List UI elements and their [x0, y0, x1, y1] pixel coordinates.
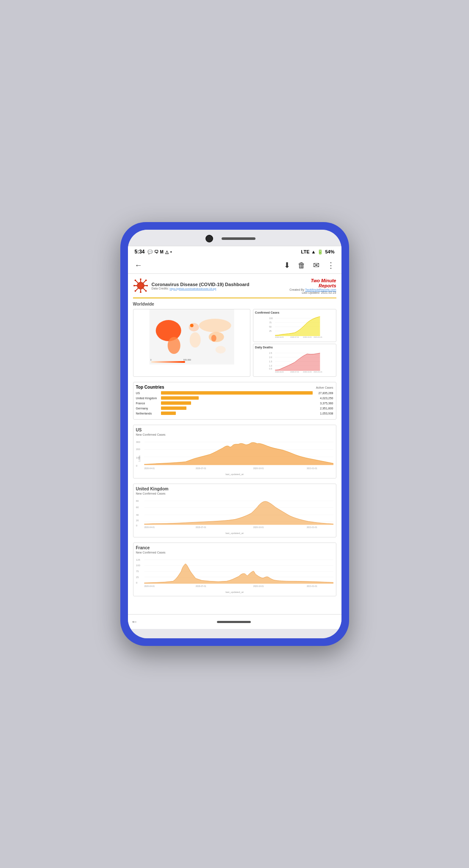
svg-rect-28 — [151, 361, 185, 363]
status-time-area: 5:34 💬 🗨 M △ • — [135, 249, 172, 255]
svg-text:2021-01-01: 2021-01-01 — [314, 336, 322, 338]
battery-icon: 🔋 — [317, 249, 323, 255]
phone-frame: 5:34 💬 🗨 M △ • LTE ▲ 🔋 54% ← ⬇ — [120, 222, 349, 646]
svg-line-12 — [143, 288, 145, 290]
svg-text:2020-10-01: 2020-10-01 — [303, 336, 312, 338]
action-icons: ⬇ 🗑 ✉ ⋮ — [284, 261, 335, 270]
svg-point-13 — [145, 290, 147, 292]
country-bar-wrap-germany — [161, 406, 313, 410]
us-section-title: US — [136, 428, 333, 432]
country-bar-wrap-netherlands — [161, 412, 313, 415]
last-updated: Last Updated 2021-02-23 — [289, 291, 336, 294]
svg-text:2020-07-01: 2020-07-01 — [195, 585, 206, 587]
svg-text:0: 0 — [136, 524, 137, 527]
countries-header: Top Countries Active Cases — [136, 385, 333, 389]
country-bar-uk — [161, 396, 199, 400]
svg-point-7 — [133, 285, 135, 287]
svg-rect-88 — [136, 556, 333, 589]
phone-screen: 5:34 💬 🗨 M △ • LTE ▲ 🔋 54% ← ⬇ — [128, 230, 341, 638]
dashboard-header: Coronavirus Disease (COVID-19) Dashboard… — [133, 278, 336, 294]
svg-text:0: 0 — [150, 359, 151, 361]
world-charts: Confirmed Cases 100 75 50 25 — [253, 309, 336, 377]
front-camera — [205, 235, 213, 242]
uk-chart-label: New Confirmed Cases — [136, 492, 333, 495]
svg-point-20 — [167, 337, 180, 354]
divider — [133, 298, 336, 298]
country-bar-us — [161, 391, 313, 395]
svg-text:2020-04-01: 2020-04-01 — [144, 585, 155, 587]
brand-logo: Two MinuteReports Created By TwoMinuteRe… — [289, 278, 336, 294]
signal-icon: ▲ — [311, 249, 316, 254]
world-map-box: 0 505,999 — [133, 309, 250, 377]
download-button[interactable]: ⬇ — [284, 261, 290, 270]
svg-point-22 — [189, 332, 200, 348]
us-chart-svg: 300 200 100 0 1,000s 20 — [136, 437, 333, 471]
data-credit-link[interactable]: https://github.com/mathdroid/covid-19-ap… — [169, 287, 216, 290]
svg-text:2020-07-01: 2020-07-01 — [290, 336, 299, 338]
phone-bottom — [128, 629, 341, 638]
whatsapp-icon: 💬 — [147, 250, 153, 254]
dashboard-title: Coronavirus Disease (COVID-19) Dashboard — [152, 282, 250, 287]
country-value-germany: 2,951,800 — [314, 407, 333, 410]
svg-text:2020-07-01: 2020-07-01 — [195, 467, 206, 470]
svg-line-10 — [136, 281, 138, 283]
svg-text:60: 60 — [136, 506, 139, 509]
svg-text:2021-01-01: 2021-01-01 — [306, 585, 317, 587]
country-name-us: US — [136, 392, 159, 395]
home-indicator[interactable] — [217, 621, 251, 623]
us-x-label: last_updated_at — [136, 473, 333, 476]
svg-text:25: 25 — [269, 330, 272, 332]
svg-text:100: 100 — [136, 565, 140, 567]
country-value-uk: 4,023,250 — [314, 397, 333, 400]
svg-text:20: 20 — [136, 520, 139, 522]
dashboard: Coronavirus Disease (COVID-19) Dashboard… — [128, 274, 341, 606]
svg-text:2020-04-01: 2020-04-01 — [275, 336, 284, 338]
svg-point-5 — [140, 292, 142, 293]
svg-point-1 — [138, 284, 143, 288]
svg-point-3 — [140, 278, 142, 280]
svg-text:2020-10-01: 2020-10-01 — [253, 467, 264, 470]
screen-content[interactable]: Coronavirus Disease (COVID-19) Dashboard… — [128, 274, 341, 614]
svg-text:75: 75 — [136, 570, 139, 573]
country-row-netherlands: Netherlands 1,053,938 — [136, 412, 333, 415]
more-button[interactable]: ⋮ — [327, 261, 335, 270]
svg-text:2.5: 2.5 — [269, 352, 272, 354]
svg-text:2020-07-01: 2020-07-01 — [290, 371, 299, 373]
svg-text:2.0: 2.0 — [269, 356, 272, 359]
svg-text:0: 0 — [136, 465, 137, 467]
dot-icon: • — [170, 250, 172, 254]
mail-button[interactable]: ✉ — [313, 261, 319, 270]
country-bar-wrap-france — [161, 401, 313, 405]
daily-deaths-chart: Daily Deaths 2.5 2.0 1.5 1.0 0.5 — [253, 344, 336, 377]
status-bar: 5:34 💬 🗨 M △ • LTE ▲ 🔋 54% — [128, 246, 341, 257]
svg-text:1.5: 1.5 — [269, 360, 272, 363]
svg-text:125: 125 — [136, 559, 140, 561]
country-name-france: France — [136, 402, 159, 405]
country-name-uk: United Kingdom — [136, 397, 159, 400]
svg-point-26 — [190, 324, 193, 327]
back-button[interactable]: ← — [135, 261, 142, 270]
delete-button[interactable]: 🗑 — [298, 261, 305, 270]
confirmed-cases-chart: Confirmed Cases 100 75 50 25 — [253, 309, 336, 342]
country-bar-netherlands — [161, 412, 176, 415]
svg-line-16 — [136, 288, 138, 290]
svg-point-27 — [211, 335, 216, 342]
nav-back-button[interactable]: ← — [131, 618, 138, 626]
svg-text:75: 75 — [269, 321, 272, 324]
svg-text:2020-07-01: 2020-07-01 — [195, 526, 206, 529]
svg-text:25: 25 — [136, 576, 139, 579]
country-bar-wrap-us — [161, 391, 313, 395]
svg-point-17 — [134, 290, 136, 292]
svg-text:2021-01-01: 2021-01-01 — [306, 467, 317, 470]
confirmed-cases-title: Confirmed Cases — [255, 311, 334, 314]
svg-line-14 — [143, 281, 145, 283]
svg-text:0.5: 0.5 — [269, 367, 272, 370]
uk-section-title: United Kingdom — [136, 487, 333, 491]
action-bar: ← ⬇ 🗑 ✉ ⋮ — [128, 257, 341, 274]
confirmed-cases-svg: 100 75 50 25 — [255, 315, 334, 338]
svg-text:2020-10-01: 2020-10-01 — [253, 526, 264, 529]
us-chart-label: New Confirmed Cases — [136, 433, 333, 436]
worldwide-grid: 0 505,999 Confirmed Cases 100 — [133, 309, 336, 377]
status-right-area: LTE ▲ 🔋 54% — [301, 249, 335, 255]
svg-text:2021-01-01: 2021-01-01 — [306, 526, 317, 529]
